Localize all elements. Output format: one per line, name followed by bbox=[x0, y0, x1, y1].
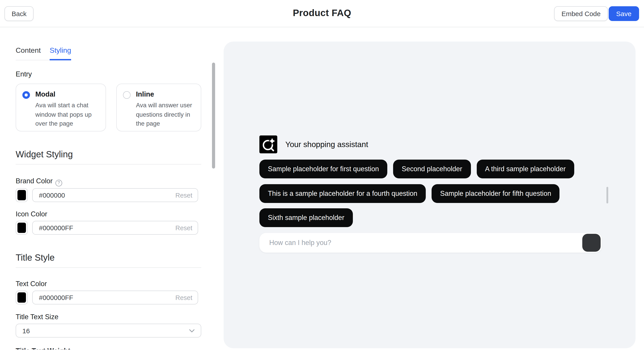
tab-content[interactable]: Content bbox=[16, 46, 41, 60]
color-preview bbox=[18, 292, 26, 303]
suggestion-row-2: This is a sample placeholder for a fourt… bbox=[260, 184, 560, 203]
question-circle-icon[interactable] bbox=[55, 179, 62, 186]
suggestion-pill[interactable]: Sample placeholder for fifth question bbox=[432, 184, 560, 203]
icon-color-input[interactable] bbox=[33, 221, 198, 234]
brand-color-row: Reset bbox=[16, 188, 198, 202]
chat-input-bar bbox=[260, 233, 602, 253]
widget-editor-app: Back Product FAQ Embed Code Save Content… bbox=[0, 0, 644, 363]
title-text-size-select[interactable]: 16 bbox=[16, 324, 201, 338]
brand-color-field: Reset bbox=[32, 188, 198, 202]
color-preview bbox=[18, 190, 26, 200]
suggestion-row-1: Sample placeholder for first questionSec… bbox=[260, 160, 574, 178]
suggestion-pill[interactable]: Second placeholder bbox=[393, 160, 471, 178]
radio-unselected-icon[interactable] bbox=[123, 91, 130, 99]
brand-color-reset[interactable]: Reset bbox=[175, 192, 192, 199]
divider bbox=[16, 164, 201, 165]
text-color-input[interactable] bbox=[33, 291, 198, 304]
text-color-swatch[interactable] bbox=[16, 291, 28, 305]
entry-option-title: Modal bbox=[35, 90, 99, 98]
chat-input[interactable] bbox=[260, 233, 572, 253]
selected-value: 16 bbox=[22, 327, 30, 334]
brand-color-input[interactable] bbox=[33, 189, 198, 202]
preview-scrollbar-thumb[interactable] bbox=[606, 187, 608, 203]
radio-selected-icon[interactable] bbox=[22, 91, 30, 99]
embed-code-button[interactable]: Embed Code bbox=[554, 6, 608, 21]
ai-search-sparkle-icon bbox=[260, 135, 277, 153]
title-style-heading: Title Style bbox=[16, 253, 54, 263]
suggestion-pill[interactable]: A third sample placeholder bbox=[476, 160, 574, 178]
entry-option-inline[interactable]: Inline Ava will answer user questions di… bbox=[116, 84, 201, 131]
save-button[interactable]: Save bbox=[609, 6, 639, 21]
assistant-header: Your shopping assistant bbox=[260, 135, 368, 153]
text-color-label: Text Color bbox=[16, 280, 47, 288]
entry-label: Entry bbox=[16, 70, 32, 78]
icon-color-swatch[interactable] bbox=[16, 221, 28, 235]
suggestion-pill[interactable]: This is a sample placeholder for a fourt… bbox=[260, 184, 426, 203]
tab-styling[interactable]: Styling bbox=[50, 46, 71, 60]
icon-color-reset[interactable]: Reset bbox=[175, 224, 192, 231]
settings-panel: Content Styling Entry Modal Ava will sta… bbox=[0, 27, 224, 363]
entry-options: Modal Ava will start a chat window that … bbox=[16, 84, 201, 131]
tab-bar: Content Styling bbox=[16, 46, 71, 60]
title-text-size-label: Title Text Size bbox=[16, 313, 58, 321]
suggestion-pill[interactable]: Sample placeholder for first question bbox=[260, 160, 388, 178]
text-color-reset[interactable]: Reset bbox=[175, 294, 192, 301]
text-color-field: Reset bbox=[32, 291, 198, 305]
brand-color-label: Brand Color bbox=[16, 177, 62, 186]
assistant-title: Your shopping assistant bbox=[285, 140, 368, 149]
icon-color-label: Icon Color bbox=[16, 210, 47, 218]
suggestion-pill[interactable]: Sixth sample placeholder bbox=[260, 208, 353, 227]
divider bbox=[16, 267, 201, 268]
widget-preview-panel: Your shopping assistant Sample placehold… bbox=[224, 41, 636, 348]
widget-styling-heading: Widget Styling bbox=[16, 149, 73, 160]
entry-option-description: Ava will start a chat window that pops u… bbox=[35, 101, 99, 129]
brand-color-swatch[interactable] bbox=[16, 188, 28, 202]
suggestion-row-3: Sixth sample placeholder bbox=[260, 208, 353, 227]
icon-color-row: Reset bbox=[16, 221, 198, 235]
page-title: Product FAQ bbox=[0, 7, 644, 18]
send-button[interactable] bbox=[582, 234, 600, 252]
header: Back Product FAQ Embed Code Save bbox=[0, 0, 644, 27]
chevron-down-icon bbox=[189, 329, 194, 332]
color-preview bbox=[18, 223, 26, 233]
icon-color-field: Reset bbox=[32, 221, 198, 235]
text-color-row: Reset bbox=[16, 291, 198, 305]
clip-mask bbox=[0, 350, 224, 363]
settings-scrollbar-thumb[interactable] bbox=[212, 63, 215, 169]
entry-option-modal[interactable]: Modal Ava will start a chat window that … bbox=[16, 84, 106, 131]
entry-option-title: Inline bbox=[136, 90, 194, 98]
entry-option-description: Ava will answer user questions directly … bbox=[136, 101, 194, 129]
